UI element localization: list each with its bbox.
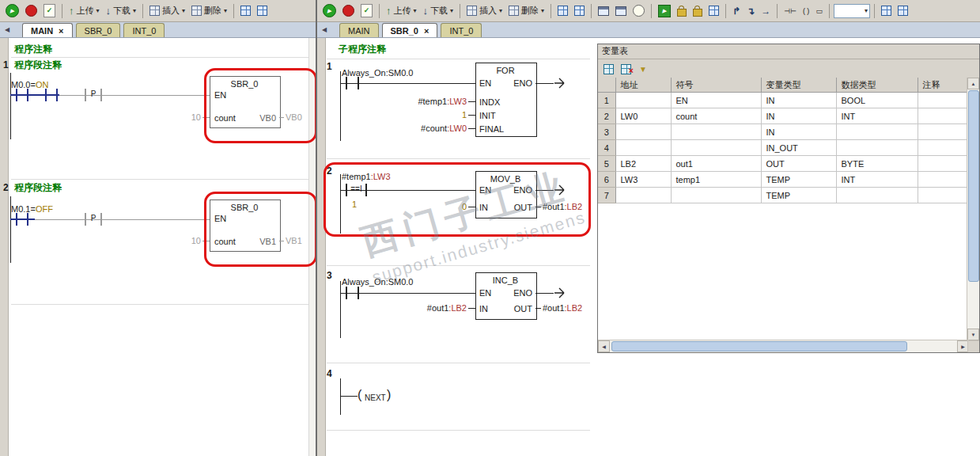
- vertical-scrollbar[interactable]: ▲ ▼: [967, 78, 979, 340]
- tab-int0[interactable]: INT_0: [441, 23, 482, 37]
- cell-data-type[interactable]: [836, 140, 918, 156]
- insert-box-button[interactable]: ▭: [813, 2, 825, 20]
- program-block-button[interactable]: ▶: [656, 2, 673, 20]
- tab-sbr0[interactable]: SBR_0: [76, 23, 121, 37]
- row-number[interactable]: 6: [598, 172, 615, 188]
- window-cascade-button[interactable]: [596, 2, 611, 20]
- symbol-table-button[interactable]: [555, 2, 570, 20]
- cell-comment[interactable]: [918, 108, 969, 124]
- download-button[interactable]: ↓下载▾: [104, 2, 139, 20]
- contact-2[interactable]: [45, 89, 58, 101]
- horizontal-scrollbar[interactable]: ◀ ▶: [598, 340, 969, 352]
- cell-comment[interactable]: [918, 124, 969, 140]
- stop-button[interactable]: [340, 2, 357, 20]
- cell-var-type[interactable]: IN: [761, 108, 836, 124]
- cell-addr[interactable]: LW0: [615, 108, 671, 124]
- cell-symbol[interactable]: [671, 188, 761, 203]
- row-number[interactable]: 4: [598, 140, 615, 156]
- edge-contact-p[interactable]: P: [85, 213, 102, 226]
- row-number[interactable]: 3: [598, 124, 615, 140]
- tab-main[interactable]: MAIN: [339, 23, 379, 37]
- sbr0-call-box[interactable]: SBR_0 EN count VB0: [210, 76, 281, 128]
- cell-data-type[interactable]: INT: [836, 172, 918, 188]
- cell-comment[interactable]: [918, 93, 969, 108]
- row-number[interactable]: 1: [598, 93, 615, 108]
- row-number[interactable]: 7: [598, 188, 615, 203]
- cell-symbol[interactable]: temp1: [671, 172, 761, 188]
- cell-var-type[interactable]: IN: [761, 124, 836, 140]
- subroutine-comment[interactable]: 子程序注释: [339, 44, 386, 55]
- filter-button[interactable]: ▼: [636, 62, 650, 76]
- cell-addr[interactable]: LW3: [615, 172, 671, 188]
- compile-button[interactable]: ✓: [41, 2, 58, 20]
- run-button[interactable]: ▶: [3, 2, 21, 20]
- horizontal-scrollbar-thumb[interactable]: [611, 341, 907, 352]
- view-dropdown[interactable]: ▾: [834, 4, 870, 18]
- network-title[interactable]: 程序段注释: [14, 183, 62, 193]
- contact-m0-0[interactable]: [16, 89, 28, 101]
- run-button[interactable]: ▶: [320, 2, 339, 20]
- edge-contact-p[interactable]: P: [85, 89, 102, 101]
- row-number[interactable]: 2: [598, 108, 615, 124]
- password-button[interactable]: [675, 2, 689, 20]
- download-button[interactable]: ↓下载▾: [421, 2, 456, 20]
- mov-b-box[interactable]: MOV_B EN ENO IN OUT: [475, 171, 537, 218]
- goto-up-button[interactable]: ↱: [730, 2, 743, 20]
- cell-addr[interactable]: [615, 188, 671, 203]
- tab-int0[interactable]: INT_0: [123, 23, 165, 37]
- cell-var-type[interactable]: OUT: [761, 156, 836, 172]
- trend-chart-button[interactable]: [706, 2, 721, 20]
- next-coil[interactable]: NEXT: [365, 393, 386, 403]
- cell-data-type[interactable]: [836, 188, 918, 203]
- cell-comment[interactable]: [918, 140, 969, 156]
- cell-comment[interactable]: [918, 172, 969, 188]
- cell-symbol[interactable]: [671, 140, 761, 156]
- window-tile-button[interactable]: [613, 2, 629, 20]
- time-of-day-button[interactable]: [630, 2, 647, 20]
- variable-table-window[interactable]: 变量表 × ▼ 地址 符号 变量类型 数据类型 注释 1ENINBOOL 2LW…: [597, 44, 980, 353]
- cell-var-type[interactable]: IN_OUT: [761, 140, 836, 156]
- cell-addr[interactable]: [615, 124, 671, 140]
- delete-button[interactable]: 删除▾: [506, 2, 547, 20]
- for-box[interactable]: FOR EN ENO INDX INIT FINAL: [475, 63, 537, 137]
- tab-scroll-left-icon[interactable]: ◀: [2, 26, 13, 33]
- cell-data-type[interactable]: BOOL: [836, 93, 918, 108]
- cell-addr[interactable]: [615, 93, 671, 108]
- insert-button[interactable]: 插入▾: [147, 2, 187, 20]
- cell-symbol[interactable]: EN: [671, 93, 761, 108]
- inc-b-box[interactable]: INC_B EN ENO IN OUT: [475, 272, 537, 320]
- cell-data-type[interactable]: BYTE: [836, 156, 918, 172]
- compile-button[interactable]: ✓: [358, 2, 375, 20]
- network-table-button-1[interactable]: [879, 2, 894, 20]
- cell-comment[interactable]: [918, 188, 969, 203]
- cell-symbol[interactable]: out1: [671, 156, 761, 172]
- contact-m0-1[interactable]: [16, 213, 28, 226]
- row-number[interactable]: 5: [598, 156, 615, 172]
- cell-var-type[interactable]: TEMP: [761, 188, 836, 203]
- cell-addr[interactable]: LB2: [615, 156, 671, 172]
- program-comment[interactable]: 程序注释: [14, 44, 52, 55]
- tab-sbr0[interactable]: SBR_0×: [382, 23, 438, 37]
- upload-button[interactable]: ↑上传▾: [384, 2, 419, 20]
- symbol-table-button[interactable]: [238, 2, 253, 20]
- tab-main[interactable]: MAIN×: [22, 23, 73, 37]
- cell-comment[interactable]: [918, 156, 969, 172]
- left-editor[interactable]: 程序注释 1 程序段注释 M0.0=ON P SBR_0 EN count VB…: [0, 38, 316, 456]
- cell-data-type[interactable]: INT: [836, 108, 918, 124]
- network-table-button-2[interactable]: [895, 2, 910, 20]
- compare-contact[interactable]: ==I: [346, 184, 367, 196]
- scroll-left-button[interactable]: ◀: [598, 340, 610, 352]
- contact-always-on[interactable]: [346, 287, 359, 299]
- protect-button[interactable]: [691, 2, 705, 20]
- contact-always-on[interactable]: [346, 77, 359, 89]
- insert-coil-button[interactable]: ( ): [800, 2, 812, 20]
- delete-button[interactable]: 删除▾: [189, 2, 229, 20]
- tab-scroll-left-icon[interactable]: ◀: [319, 26, 330, 33]
- status-chart-button[interactable]: [572, 2, 587, 20]
- vertical-scrollbar-thumb[interactable]: [968, 90, 979, 282]
- cell-var-type[interactable]: TEMP: [761, 172, 836, 188]
- stop-button[interactable]: [23, 2, 40, 20]
- network-title[interactable]: 程序段注释: [14, 60, 62, 70]
- cell-addr[interactable]: [615, 140, 671, 156]
- cell-data-type[interactable]: [836, 124, 918, 140]
